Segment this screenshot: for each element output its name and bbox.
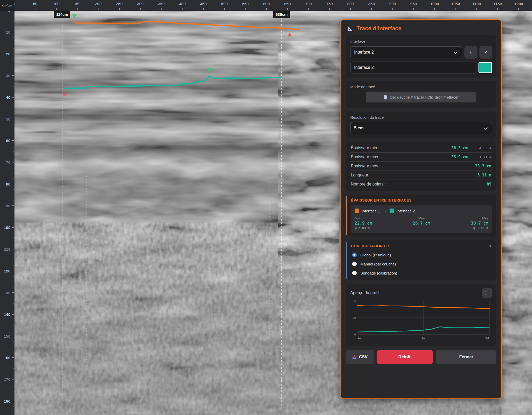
ruler-tick-label: 40	[6, 95, 10, 99]
ruler-minor-tick	[13, 390, 14, 390]
ruler-tick	[434, 8, 435, 10]
ruler-minor-tick	[13, 406, 14, 407]
ruler-tick	[266, 8, 267, 10]
ruler-minor-tick	[13, 92, 14, 92]
ruler-minor-tick	[13, 336, 14, 336]
mouse-icon	[384, 95, 387, 100]
interface-select[interactable]: Interface 2	[350, 46, 462, 58]
radio-icon[interactable]	[352, 262, 357, 266]
ruler-minor-tick	[13, 189, 14, 190]
reset-button[interactable]: Réinit.	[377, 350, 433, 364]
ruler-tick-label: 50	[33, 2, 37, 6]
ruler-tick-label: 160	[4, 355, 10, 360]
close-button[interactable]: Fermer	[436, 350, 496, 364]
ruler-tick	[12, 227, 14, 228]
ruler-tick	[56, 8, 57, 10]
download-icon	[352, 355, 357, 359]
ruler-minor-tick	[13, 146, 14, 146]
thickness-legend: Interface 1 → Interface 2	[355, 209, 488, 213]
ruler-tick	[392, 8, 393, 10]
ruler-tick-label: 130	[4, 290, 10, 295]
ruler-tick	[12, 205, 14, 206]
ruler-minor-tick	[13, 16, 14, 16]
ruler-minor-tick	[13, 282, 14, 282]
ruler-tick-label: 250	[116, 2, 123, 6]
ruler-tick-label: 350	[158, 2, 165, 6]
ruler-minor-tick	[13, 43, 14, 43]
panel-actions: CSV Réinit. Fermer	[346, 350, 496, 364]
ruler-minor-tick	[13, 48, 14, 49]
ruler-tick	[245, 8, 246, 10]
interface-name-value: Interface 2	[354, 65, 374, 70]
ruler-minor-tick	[13, 276, 14, 277]
stat-row-points: Nombre de points : 89	[350, 180, 492, 189]
ruler-minor-tick	[13, 195, 14, 195]
ruler-tick	[12, 140, 14, 141]
ruler-tick	[497, 8, 498, 10]
ruler-tick-label: 70	[6, 160, 10, 165]
ruler-tick-label: 1150	[493, 2, 502, 6]
ruler-minor-tick	[13, 222, 14, 222]
add-interface-button[interactable]: +	[465, 46, 477, 58]
ruler-minor-tick	[13, 124, 14, 124]
ruler-tick	[119, 8, 120, 10]
ruler-minor-tick	[13, 54, 14, 54]
ruler-minor-tick	[13, 70, 14, 70]
ruler-minor-tick	[13, 233, 14, 233]
ruler-minor-tick	[13, 320, 14, 320]
ruler-minor-tick	[13, 86, 14, 87]
chevron-down-icon	[454, 50, 458, 54]
interface-color-picker[interactable]	[478, 62, 492, 73]
radio-option-global[interactable]: Global (εr unique)	[351, 253, 492, 257]
ruler-minor-tick	[13, 265, 14, 266]
ruler-minor-tick	[13, 151, 14, 152]
ruler-tick-label: 1200	[514, 2, 523, 6]
resolution-select[interactable]: 5 cm	[350, 122, 492, 134]
ruler-tick-label: 800	[347, 2, 354, 6]
gpr-application: 0501001502002503003504004505005506006507…	[0, 0, 532, 415]
profile-preview-title: Aperçu du profil	[350, 291, 379, 295]
ruler-tick-label: 60	[6, 138, 10, 143]
ruler-tick-label: 150	[4, 334, 10, 338]
ruler-minor-tick	[13, 21, 14, 21]
ruler-tick-label: 1000	[430, 2, 439, 6]
mode-hint-badge: Clic gauche = tracer | Clic droit = effa…	[366, 92, 476, 102]
ruler-tick	[161, 8, 162, 10]
ruler-minor-tick	[13, 157, 14, 157]
ruler-tick	[98, 8, 98, 10]
expand-button[interactable]	[482, 288, 492, 298]
interface-select-value: Interface 2	[354, 50, 374, 55]
ruler-minor-tick	[13, 244, 14, 244]
ruler-tick	[12, 249, 14, 249]
ruler-minor-tick	[13, 81, 14, 81]
ruler-tick-label: 900	[389, 2, 396, 6]
ruler-tick-label: 400	[179, 2, 186, 6]
ruler-minor-tick	[13, 347, 14, 347]
radio-option-sondage[interactable]: Sondage (calibration)	[351, 271, 492, 275]
ruler-tick	[350, 8, 351, 10]
ruler-minor-tick	[13, 374, 14, 374]
trace-interface-panel: Tracé d'interface Interface Interface 2 …	[340, 19, 502, 399]
delete-interface-button[interactable]: ×	[480, 46, 492, 58]
profile-preview-chart[interactable]: 020401.24.06.8	[350, 299, 493, 341]
ruler-tick-label: 150	[74, 2, 80, 6]
export-csv-button[interactable]: CSV	[346, 350, 374, 364]
radio-option-manuel[interactable]: Manuel (par couche)	[351, 262, 492, 266]
ruler-tick	[12, 271, 14, 271]
ruler-tick-label: 10	[6, 30, 10, 34]
ruler-minor-tick	[13, 173, 14, 173]
ruler-tick-label: 950	[410, 2, 417, 6]
collapse-icon[interactable]: ▼	[489, 244, 492, 248]
stat-row-moy: Épaisseur moy : 33.3 cm	[350, 162, 492, 171]
stats-card: Épaisseur min : 30.3 cm 4.63 m Épaisseur…	[346, 142, 496, 191]
ruler-minor-tick	[13, 135, 14, 135]
resolution-label: Résolution du tracé	[350, 115, 492, 120]
ruler-minor-tick	[13, 396, 14, 396]
radio-icon[interactable]	[352, 271, 357, 275]
ruler-minor-tick	[13, 412, 14, 412]
ruler-tick-label: 170	[4, 377, 10, 382]
interface-name-input[interactable]: Interface 2	[350, 62, 476, 73]
radio-icon[interactable]	[352, 253, 357, 257]
stat-row-min: Épaisseur min : 30.3 cm 4.63 m	[350, 144, 492, 153]
ruler-tick-label: 200	[95, 2, 102, 6]
